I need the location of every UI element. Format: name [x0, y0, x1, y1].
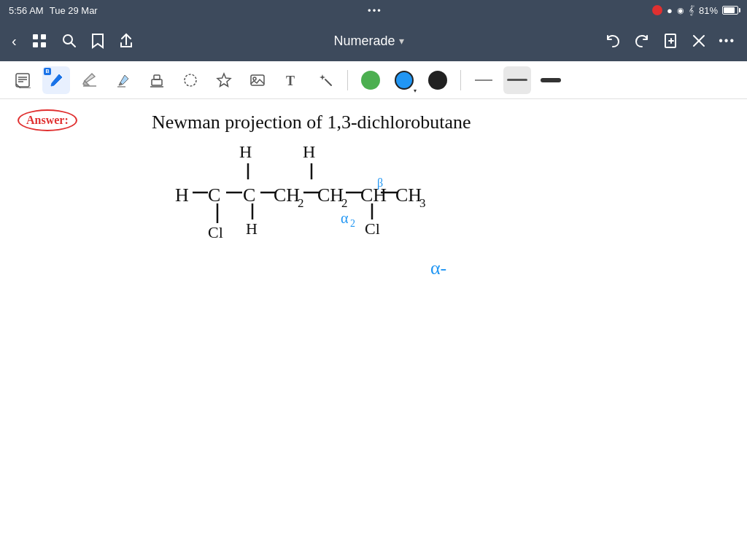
ellipsis-icon: ••• — [368, 5, 382, 16]
svg-marker-21 — [217, 74, 231, 87]
svg-rect-22 — [251, 75, 264, 85]
thick-line-icon — [541, 78, 561, 82]
nav-right: ••• — [605, 33, 735, 49]
pen-tool[interactable]: B — [42, 66, 70, 94]
grid-button[interactable] — [31, 33, 47, 49]
svg-text:α-: α- — [430, 257, 446, 279]
svg-text:2: 2 — [341, 196, 348, 210]
svg-text:Cl: Cl — [208, 223, 223, 241]
svg-text:CH: CH — [317, 184, 344, 206]
thin-line-icon — [475, 79, 492, 81]
svg-text:2: 2 — [350, 218, 355, 229]
svg-line-5 — [71, 43, 75, 47]
status-bar: 5:56 AM Tue 29 Mar ••• ● ◉ 𝄟 81% — [0, 0, 747, 20]
green-color-circle — [361, 71, 380, 90]
share-button[interactable] — [119, 33, 133, 49]
svg-rect-1 — [41, 34, 46, 39]
svg-line-25 — [325, 79, 331, 85]
status-center: ••• — [368, 5, 382, 16]
blue-color-btn[interactable]: ▾ — [390, 66, 418, 94]
svg-text:Newman projection of 1,3-dichl: Newman projection of 1,3-dichlorobutane — [152, 112, 471, 133]
canvas-area[interactable]: Answer: Newman projection of 1,3-dichlor… — [0, 99, 747, 560]
svg-point-20 — [185, 74, 196, 86]
text-tool[interactable]: T — [277, 66, 305, 94]
search-button[interactable] — [62, 34, 77, 48]
svg-text:H: H — [246, 219, 258, 238]
highlighter-tool[interactable] — [109, 66, 137, 94]
svg-rect-11 — [16, 74, 29, 87]
wifi-icon: ● — [667, 5, 673, 16]
medium-line-icon — [507, 79, 527, 81]
thin-line-btn[interactable] — [470, 66, 498, 94]
nav-bar: ‹ Numerade — [0, 20, 747, 61]
record-icon — [652, 5, 662, 15]
color-dropdown-arrow: ▾ — [411, 87, 419, 96]
stamp-tool[interactable] — [143, 66, 171, 94]
svg-text:C: C — [243, 184, 255, 206]
black-color-btn[interactable] — [424, 66, 452, 94]
svg-rect-0 — [33, 34, 38, 39]
bookmark-button[interactable] — [91, 33, 104, 49]
separator-1 — [347, 70, 348, 90]
svg-rect-3 — [41, 42, 46, 47]
black-color-circle — [428, 71, 447, 90]
more-options-button[interactable]: ••• — [719, 34, 735, 47]
undo-button[interactable] — [605, 33, 621, 49]
svg-text:H: H — [239, 142, 252, 161]
app-name: Numerade — [333, 34, 395, 49]
battery-indicator — [722, 6, 738, 15]
time-display: 5:56 AM — [9, 5, 44, 16]
svg-text:3: 3 — [419, 196, 426, 210]
svg-text:CH: CH — [274, 184, 300, 206]
add-page-button[interactable] — [663, 33, 679, 49]
wand-tool[interactable] — [311, 66, 338, 94]
redo-button[interactable] — [634, 33, 650, 49]
chevron-down-icon[interactable]: ▾ — [399, 35, 404, 47]
svg-text:C: C — [208, 184, 220, 206]
eraser-tool[interactable] — [76, 66, 104, 94]
svg-text:CH: CH — [395, 184, 422, 206]
svg-point-4 — [63, 35, 72, 44]
svg-text:2: 2 — [298, 196, 304, 210]
svg-rect-18 — [154, 75, 160, 79]
chemistry-drawing: Newman projection of 1,3-dichlorobutane … — [0, 99, 747, 560]
medium-line-btn[interactable] — [503, 66, 531, 94]
star-tool[interactable] — [210, 66, 238, 94]
thick-line-btn[interactable] — [537, 66, 565, 94]
back-button[interactable]: ‹ — [12, 33, 17, 50]
svg-point-23 — [253, 77, 256, 80]
status-right: ● ◉ 𝄟 81% — [652, 5, 738, 16]
close-button[interactable] — [692, 34, 705, 47]
status-left: 5:56 AM Tue 29 Mar — [9, 5, 98, 16]
headphone-icon: 𝄟 — [689, 5, 694, 15]
svg-text:Cl: Cl — [365, 219, 380, 238]
nav-left: ‹ — [12, 33, 133, 50]
svg-text:H: H — [303, 142, 315, 161]
svg-text:H: H — [175, 184, 189, 206]
svg-text:T: T — [286, 74, 295, 88]
signal-icon: ◉ — [677, 6, 684, 15]
svg-rect-17 — [152, 79, 162, 85]
bluetooth-badge: B — [44, 68, 51, 75]
separator-2 — [460, 70, 461, 90]
tool-bar: B — [0, 61, 747, 99]
svg-rect-2 — [33, 42, 38, 47]
svg-text:α: α — [341, 210, 349, 226]
green-color-btn[interactable] — [357, 66, 384, 94]
date-display: Tue 29 Mar — [50, 5, 98, 16]
sticky-note-tool[interactable] — [9, 66, 36, 94]
nav-center: Numerade ▾ — [333, 34, 404, 49]
battery-percent: 81% — [699, 5, 718, 16]
lasso-tool[interactable] — [177, 66, 204, 94]
blue-color-circle — [395, 71, 414, 90]
svg-text:β: β — [377, 176, 383, 190]
image-tool[interactable] — [244, 66, 271, 94]
